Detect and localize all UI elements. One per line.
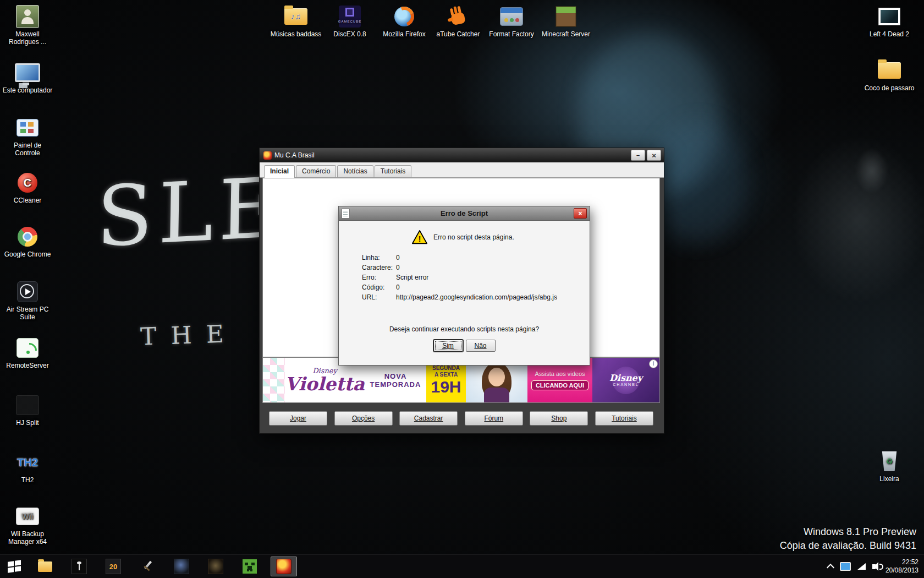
tab-tutoriais[interactable]: Tutoriais bbox=[375, 165, 412, 177]
control-panel-icon bbox=[14, 116, 41, 140]
tab-noticias[interactable]: Notícias bbox=[337, 165, 373, 177]
field-value-url: http://pagead2.googlesyndication.com/pag… bbox=[396, 292, 557, 302]
desktop-icon-wii-backup[interactable]: Wii Wii Backup Manager x64 bbox=[1, 504, 54, 546]
desktop-icon-air-stream[interactable]: Air Stream PC Suite bbox=[1, 280, 54, 321]
desktop-icon-ccleaner[interactable]: CCleaner bbox=[1, 171, 54, 204]
folder-icon bbox=[38, 561, 52, 572]
gamecube-icon: GAMECUBE bbox=[337, 4, 363, 29]
schedule-time: 19H bbox=[431, 378, 461, 396]
jogar-button[interactable]: Jogar bbox=[269, 411, 327, 426]
desktop-icon-label: RemoteServer bbox=[6, 362, 48, 369]
desktop-icon-lixeira[interactable]: Lixeira bbox=[863, 449, 916, 483]
desktop-icon-minecraft-server[interactable]: Minecraft Server bbox=[540, 4, 592, 38]
taskbar-apps: 20 bbox=[29, 555, 297, 578]
volume-icon[interactable] bbox=[872, 564, 876, 569]
music-notes-icon bbox=[284, 8, 307, 25]
desktop-icon-label: Minecraft Server bbox=[542, 30, 590, 38]
desktop-icon-painel-de-controle[interactable]: Painel de Controle bbox=[1, 116, 54, 157]
cadastrar-button[interactable]: Cadastrar bbox=[399, 411, 458, 426]
desktop-icon-format-factory[interactable]: Format Factory bbox=[485, 4, 538, 38]
tab-comercio[interactable]: Comércio bbox=[296, 165, 336, 177]
forum-button[interactable]: Fórum bbox=[465, 411, 523, 426]
cta-button[interactable]: CLICANDO AQUI bbox=[531, 380, 588, 390]
mu-launcher-window: Mu C.A Brasil Inicial Comércio Notícias … bbox=[259, 148, 664, 434]
taskbar-app-slender[interactable] bbox=[66, 557, 92, 576]
close-button[interactable] bbox=[647, 150, 661, 161]
girl-face bbox=[488, 368, 505, 386]
creeper-icon bbox=[243, 559, 257, 574]
tab-inicial[interactable]: Inicial bbox=[264, 165, 295, 178]
mu-app-icon bbox=[263, 151, 272, 160]
yes-button[interactable]: Sim bbox=[433, 340, 463, 352]
desktop-icon-label: Google Chrome bbox=[4, 250, 51, 258]
desktop-icon-th2[interactable]: TH2 TH2 bbox=[1, 450, 54, 484]
wifi-signal-icon bbox=[14, 336, 41, 360]
dialog-close-button[interactable] bbox=[574, 208, 587, 219]
desktop-icon-musicas[interactable]: Músicas baddass bbox=[270, 4, 322, 38]
system-tray: 22:52 20/08/2013 bbox=[828, 555, 924, 578]
desktop-icon-maxwell[interactable]: Maxwell Rodrigues ... bbox=[1, 4, 54, 46]
grass-block-icon bbox=[553, 4, 579, 29]
wallpaper-slender-figure bbox=[850, 140, 894, 201]
no-button[interactable]: Não bbox=[466, 340, 496, 352]
taskbar-app-mu-active[interactable] bbox=[271, 557, 297, 576]
desktop-icon-label: Left 4 Dead 2 bbox=[870, 30, 909, 38]
recycle-bin-icon bbox=[876, 449, 903, 473]
field-value: 0 bbox=[396, 282, 400, 292]
dialog-titlebar[interactable]: Erro de Script bbox=[339, 206, 590, 221]
desktop-icon-google-chrome[interactable]: Google Chrome bbox=[1, 225, 54, 258]
window-titlebar[interactable]: Mu C.A Brasil bbox=[260, 148, 664, 162]
mu-app-icon bbox=[276, 559, 292, 574]
launcher-button-bar: Jogar Opções Cadastrar Fórum Shop Tutori… bbox=[262, 403, 660, 433]
ad-info-icon[interactable]: i bbox=[649, 359, 658, 368]
factory-icon bbox=[498, 4, 525, 29]
opcoes-button[interactable]: Opções bbox=[334, 411, 393, 426]
field-value: Script error bbox=[396, 272, 428, 282]
taskbar-app-explorer[interactable] bbox=[32, 557, 58, 576]
desktop-icon-label: Painel de Controle bbox=[14, 141, 41, 157]
network-icon[interactable] bbox=[857, 563, 866, 570]
desktop-icon-discex[interactable]: GAMECUBE DiscEX 0.8 bbox=[323, 4, 376, 38]
badge-20-icon: 20 bbox=[106, 559, 121, 574]
document-icon bbox=[342, 209, 350, 219]
tutoriais-button[interactable]: Tutoriais bbox=[595, 411, 653, 426]
field-label: Erro: bbox=[362, 272, 396, 282]
desktop-icon-label: DiscEX 0.8 bbox=[333, 30, 366, 38]
desktop-icon-label: TH2 bbox=[21, 476, 34, 484]
tray-expand-chevron-icon[interactable] bbox=[827, 564, 834, 571]
desktop-icon-label: Lixeira bbox=[879, 475, 899, 483]
desktop-icon-coco-de-passaro[interactable]: Coco de passaro bbox=[863, 58, 916, 92]
field-value: 0 bbox=[396, 263, 400, 272]
desktop-icon-hj-split[interactable]: HJ Split bbox=[1, 393, 54, 427]
minimize-button[interactable] bbox=[631, 150, 645, 161]
desktop-icon-label: Maxwell Rodrigues ... bbox=[9, 30, 46, 46]
shop-button[interactable]: Shop bbox=[530, 411, 588, 426]
firefox-icon bbox=[391, 4, 417, 29]
desktop-icon-label: Mozilla Firefox bbox=[383, 30, 425, 38]
taskbar-clock[interactable]: 22:52 20/08/2013 bbox=[886, 558, 919, 575]
desktop-icon-label: aTube Catcher bbox=[437, 30, 480, 38]
desktop-icon-left4dead2[interactable]: Left 4 Dead 2 bbox=[863, 4, 916, 38]
desktop-icon-firefox[interactable]: Mozilla Firefox bbox=[378, 4, 431, 38]
desktop-icon-atube[interactable]: aTube Catcher bbox=[432, 4, 485, 38]
dialog-question: Deseja continuar executando scripts nest… bbox=[339, 325, 590, 333]
tray-monitor-icon[interactable] bbox=[840, 562, 851, 571]
desktop-icon-este-computador[interactable]: Este computador bbox=[1, 61, 54, 94]
taskbar-app-creeper[interactable] bbox=[237, 557, 263, 576]
start-button[interactable] bbox=[0, 555, 29, 578]
wii-icon: Wii bbox=[14, 504, 41, 528]
sword-icon bbox=[140, 559, 155, 574]
clock-date: 20/08/2013 bbox=[886, 566, 919, 575]
slender-icon bbox=[72, 559, 87, 574]
taskbar-app-sword[interactable] bbox=[134, 557, 161, 576]
violetta-wordmark: Violetta bbox=[285, 375, 365, 394]
clock-time: 22:52 bbox=[886, 558, 919, 566]
svg-text:!: ! bbox=[419, 235, 421, 243]
desktop-icon-remoteserver[interactable]: RemoteServer bbox=[1, 336, 54, 369]
music-folder-icon bbox=[283, 4, 309, 29]
desktop-icon-label: HJ Split bbox=[16, 419, 38, 427]
field-value: 0 bbox=[396, 253, 400, 263]
taskbar-app-game1[interactable] bbox=[168, 557, 195, 576]
taskbar-app-20[interactable]: 20 bbox=[100, 557, 127, 576]
taskbar-app-game2[interactable] bbox=[202, 557, 229, 576]
